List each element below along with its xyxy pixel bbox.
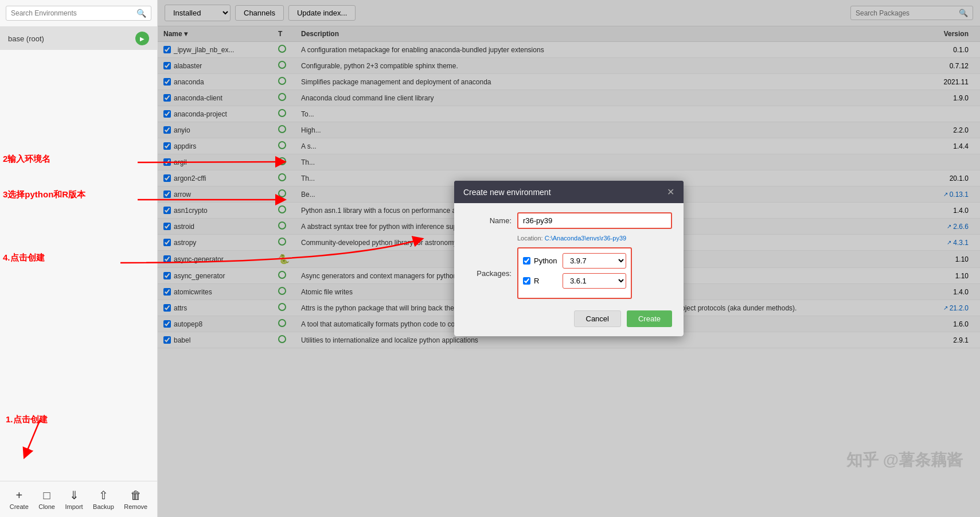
clone-label: Clone (38, 503, 55, 510)
remove-label: Remove (124, 503, 147, 510)
create-env-button[interactable]: + Create (5, 487, 33, 512)
r-label: R (534, 277, 563, 285)
python-checkbox[interactable] (523, 257, 530, 265)
import-icon: ⇓ (69, 488, 79, 502)
sidebar-search-area: 🔍 (0, 0, 157, 27)
import-label: Import (65, 503, 83, 510)
sidebar: 🔍 base (root) ▶ + Create □ Clone ⇓ Impor… (0, 0, 158, 517)
search-icon[interactable]: 🔍 (136, 9, 146, 18)
environment-list: base (root) ▶ (0, 27, 157, 481)
env-play-button[interactable]: ▶ (135, 32, 149, 45)
dialog-close-button[interactable]: ✕ (667, 186, 674, 197)
r-checkbox[interactable] (523, 277, 530, 285)
python-pkg-row: Python 3.9.7 3.8.12 3.7.11 2.7.18 (523, 253, 626, 269)
create-button[interactable]: Create (627, 310, 672, 327)
dialog-location: Location: C:\Anaconda3\envs\r36-py39 (517, 235, 672, 242)
dialog-location-label: Location: (517, 235, 545, 242)
dialog-name-label: Name: (466, 216, 512, 225)
python-version-select[interactable]: 3.9.7 3.8.12 3.7.11 2.7.18 (563, 253, 626, 269)
create-label: Create (10, 503, 29, 510)
cancel-button[interactable]: Cancel (574, 310, 621, 327)
backup-label: Backup (93, 503, 114, 510)
create-icon: + (15, 489, 22, 502)
dialog-name-input[interactable] (517, 212, 672, 229)
remove-env-button[interactable]: 🗑 Remove (119, 487, 152, 512)
dialog-header: Create new environment ✕ (454, 181, 684, 203)
dialog-name-row: Name: (466, 212, 672, 229)
clone-env-button[interactable]: □ Clone (34, 487, 60, 512)
search-environments-input[interactable] (11, 9, 136, 17)
r-pkg-row: R 3.6.1 4.0.3 3.5.3 (523, 273, 626, 289)
dialog-packages-label: Packages: (466, 269, 512, 278)
dialog-location-value: C:\Anaconda3\envs\r36-py39 (545, 235, 626, 242)
dialog-overlay: Create new environment ✕ Name: Location:… (158, 0, 980, 517)
r-version-select[interactable]: 3.6.1 4.0.3 3.5.3 (563, 273, 626, 289)
dialog-footer: Cancel Create (466, 305, 672, 327)
sidebar-toolbar: + Create □ Clone ⇓ Import ⇧ Backup 🗑 Rem… (0, 481, 157, 517)
remove-icon: 🗑 (130, 489, 142, 502)
clone-icon: □ (44, 489, 50, 502)
dialog-body: Name: Location: C:\Anaconda3\envs\r36-py… (454, 203, 684, 336)
python-label: Python (534, 256, 563, 265)
env-name-base: base (root) (8, 34, 135, 43)
dialog-title: Create new environment (463, 188, 551, 197)
main-content: Installed Not Installed Updatable Select… (158, 0, 980, 517)
search-environments-box[interactable]: 🔍 (6, 6, 151, 21)
dialog-packages-row: Packages: Python 3.9.7 3.8.12 3.7.11 2.7… (466, 247, 672, 299)
packages-selection: Python 3.9.7 3.8.12 3.7.11 2.7.18 (517, 247, 632, 299)
create-environment-dialog: Create new environment ✕ Name: Location:… (454, 181, 684, 336)
env-item-base[interactable]: base (root) ▶ (0, 27, 157, 50)
backup-icon: ⇧ (99, 488, 108, 502)
import-env-button[interactable]: ⇓ Import (60, 486, 87, 512)
backup-env-button[interactable]: ⇧ Backup (88, 486, 119, 512)
